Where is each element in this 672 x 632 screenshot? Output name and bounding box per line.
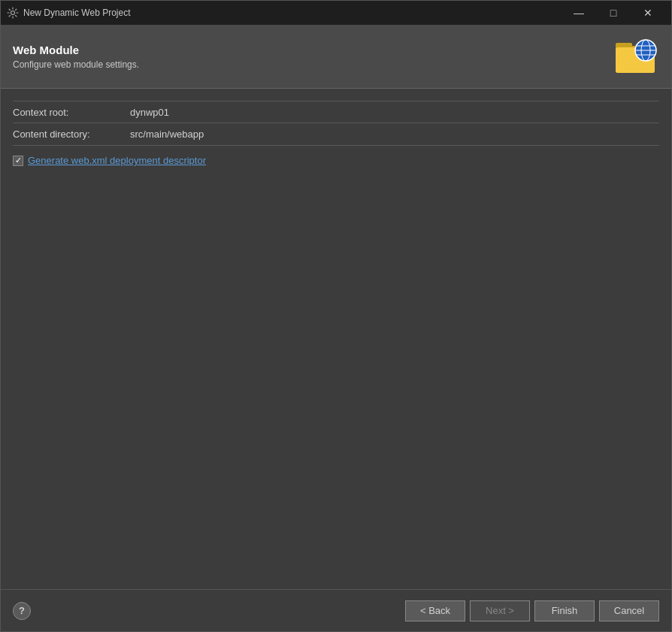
window: New Dynamic Web Project — □ ✕ Web Module… [0,0,672,632]
header: Web Module Configure web module settings… [1,25,671,89]
title-bar-left: New Dynamic Web Project [7,7,131,19]
generate-xml-label[interactable]: Generate web.xml deployment descriptor [28,155,206,166]
maximize-button[interactable]: □ [596,1,631,25]
content-directory-label: Content directory: [13,125,126,143]
context-root-value: dynwp01 [126,104,659,121]
content: Context root: dynwp01 Content directory:… [1,89,671,589]
header-text: Web Module Configure web module settings… [13,44,139,70]
footer-right: < Back Next > Finish Cancel [405,600,659,621]
context-root-label: Context root: [13,104,126,121]
help-button[interactable]: ? [13,602,31,620]
generate-xml-checkbox[interactable] [13,156,23,166]
title-bar-title: New Dynamic Web Project [23,8,131,18]
content-directory-value: src/main/webapp [126,125,659,143]
header-title: Web Module [13,44,139,56]
footer: ? < Back Next > Finish Cancel [1,589,671,631]
back-button[interactable]: < Back [405,600,465,621]
minimize-button[interactable]: — [562,1,596,25]
footer-left: ? [13,602,31,620]
generate-xml-row: Generate web.xml deployment descriptor [13,155,659,166]
cancel-button[interactable]: Cancel [599,600,659,621]
context-root-row: Context root: dynwp01 [13,101,659,123]
folder-web-icon [614,34,659,79]
finish-button[interactable]: Finish [534,600,595,621]
title-bar-controls: — □ ✕ [562,1,665,25]
content-directory-row: Content directory: src/main/webapp [13,123,659,146]
gear-icon [7,7,19,19]
close-button[interactable]: ✕ [631,1,665,25]
title-bar: New Dynamic Web Project — □ ✕ [1,1,671,25]
svg-point-0 [11,11,15,15]
content-spacer [13,166,659,577]
next-button[interactable]: Next > [470,600,530,621]
header-subtitle: Configure web module settings. [13,59,139,70]
